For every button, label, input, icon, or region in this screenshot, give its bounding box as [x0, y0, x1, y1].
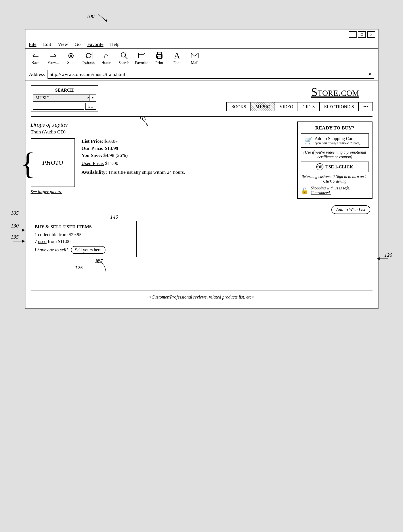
- diagram-label-140: 140: [110, 214, 118, 220]
- safe-text: Shopping with us is safe. Guaranteed.: [311, 186, 369, 195]
- used-line: 7 used from $11.00: [35, 239, 133, 244]
- page-content: SEARCH MUSIC BOOKS VIDEO ▼ GO: [25, 81, 378, 309]
- print-icon: [155, 51, 164, 60]
- menu-favorite[interactable]: Favorite: [87, 41, 104, 47]
- page-top-section: SEARCH MUSIC BOOKS VIDEO ▼ GO: [31, 85, 372, 112]
- product-photo: PHOTO: [31, 138, 75, 187]
- menu-bar: File Edit View Go Favorite Help: [25, 40, 378, 49]
- you-save-line: You Save: $4.98 (26%): [81, 152, 291, 158]
- title-bar: — □ ✕: [25, 29, 378, 40]
- nav-tabs: BOOKS MUSIC VIDEO GIFTS ELECTRONICS •••: [103, 102, 372, 111]
- refresh-icon: [84, 51, 93, 60]
- tab-books[interactable]: BOOKS: [226, 102, 251, 111]
- search-box-title: SEARCH: [33, 88, 96, 93]
- svg-marker-15: [146, 123, 148, 126]
- favorite-icon: [137, 51, 146, 60]
- or-divider: OR USE 1-CLICK: [301, 162, 369, 172]
- svg-marker-19: [22, 229, 25, 231]
- menu-help[interactable]: Help: [110, 41, 120, 47]
- address-bar: Address ▼: [25, 68, 378, 81]
- product-details: List Price: $18.07 Our Price: $13.99 You…: [81, 138, 291, 175]
- side-bracket: {: [21, 148, 35, 179]
- maximize-button[interactable]: □: [358, 31, 366, 38]
- favorite-button[interactable]: Favorite: [135, 51, 148, 65]
- search-text-input[interactable]: [33, 103, 84, 110]
- address-dropdown-button[interactable]: ▼: [366, 70, 374, 78]
- svg-marker-21: [22, 240, 25, 242]
- home-button[interactable]: ⌂ Home: [100, 51, 113, 65]
- stop-icon: ⊗: [68, 51, 74, 60]
- tab-video[interactable]: VIDEO: [275, 102, 298, 111]
- arrow-125: [93, 257, 119, 275]
- menu-file[interactable]: File: [29, 41, 37, 47]
- close-button[interactable]: ✕: [367, 31, 375, 38]
- add-to-cart-button[interactable]: 🛒 Add to Shopping Cart (you can always r…: [301, 133, 369, 148]
- mail-button[interactable]: Mail: [188, 51, 201, 65]
- forward-icon: ⇒: [50, 51, 56, 60]
- diagram-label-125: 125: [75, 265, 83, 271]
- search-select-arrow[interactable]: ▼: [90, 95, 96, 101]
- wish-list-area: Add to Wish List: [31, 205, 372, 214]
- back-button[interactable]: ⇐ Back: [29, 51, 42, 65]
- add-to-cart-text-area: Add to Shopping Cart (you can always rem…: [315, 136, 360, 145]
- minimize-button[interactable]: —: [349, 31, 357, 38]
- svg-rect-7: [138, 53, 144, 58]
- search-select-wrap: MUSIC BOOKS VIDEO ▼: [33, 94, 96, 101]
- tab-music[interactable]: MUSIC: [250, 102, 275, 111]
- print-button[interactable]: Print: [153, 51, 166, 65]
- search-category-select[interactable]: MUSIC BOOKS VIDEO: [33, 95, 90, 101]
- tab-gifts[interactable]: GIFTS: [298, 102, 320, 111]
- reviews-section: <Customer/Professional reviews, related …: [31, 291, 372, 300]
- store-logo: Store.com: [311, 85, 372, 98]
- returning-customer-text: Returning customer? Sign in to turn on 1…: [301, 174, 369, 184]
- promo-text: (Use if you're redeeming a promotional c…: [301, 150, 369, 159]
- address-input-wrap: ▼: [48, 70, 374, 79]
- cart-icon: 🛒: [304, 137, 313, 145]
- product-left: Drops of Jupiter Train (Audio CD) PHOTO …: [31, 121, 291, 194]
- search-button[interactable]: Search: [117, 51, 131, 65]
- or-circle: OR: [316, 163, 323, 171]
- add-to-wish-list-button[interactable]: Add to Wish List: [331, 205, 370, 214]
- list-price-line: List Price: $18.07: [81, 138, 291, 144]
- product-subtitle: Train (Audio CD): [31, 129, 291, 135]
- used-price-line: Used Price. $11.00: [81, 160, 291, 166]
- see-larger-link[interactable]: See larger picture: [31, 189, 75, 194]
- sign-in-link[interactable]: Sign in: [336, 174, 347, 179]
- svg-rect-2: [85, 52, 92, 59]
- address-input[interactable]: [48, 71, 366, 78]
- sell-row: I have one to sell! Sell yours here: [35, 246, 133, 254]
- search-input-row: GO: [33, 103, 96, 110]
- menu-view[interactable]: View: [58, 41, 68, 47]
- arrow-130: [11, 227, 29, 234]
- arrow-100: [96, 13, 110, 24]
- diagram-label-105: 105: [11, 210, 19, 216]
- tab-more[interactable]: •••: [358, 102, 373, 111]
- search-box: SEARCH MUSIC BOOKS VIDEO ▼ GO: [31, 85, 98, 112]
- refresh-button[interactable]: Refresh: [82, 51, 95, 65]
- menu-go[interactable]: Go: [75, 41, 81, 47]
- stop-button[interactable]: ⊗ Stop: [64, 51, 78, 65]
- main-content: 115 120 105 { Drops of Jupiter: [31, 121, 372, 300]
- lock-icon: 🔒: [301, 187, 309, 194]
- forward-button[interactable]: ⇒ Forw...: [47, 51, 60, 65]
- logo-nav-area: Store.com BOOKS MUSIC VIDEO GIFTS ELECTR…: [103, 85, 372, 111]
- sell-yours-button[interactable]: Sell yours here: [71, 246, 105, 254]
- svg-marker-17: [377, 257, 379, 260]
- search-go-button[interactable]: GO: [85, 103, 96, 110]
- mail-icon: [191, 51, 199, 60]
- buy-box: READY TO BUY? 🛒 Add to Shopping Cart (yo…: [297, 121, 372, 199]
- used-items-box: BUY & SELL USED ITEMS 1 collectible from…: [31, 221, 137, 257]
- window-controls: — □ ✕: [349, 31, 375, 38]
- tab-electronics[interactable]: ELECTRONICS: [319, 102, 359, 111]
- font-button[interactable]: A Font: [170, 51, 184, 65]
- menu-edit[interactable]: Edit: [43, 41, 51, 47]
- collectible-line: 1 collectible from $29.95: [35, 232, 133, 237]
- buy-box-title: READY TO BUY?: [301, 125, 369, 131]
- arrow-135: [11, 238, 29, 245]
- search-icon: [120, 51, 128, 60]
- our-price-line: Our Price: $13.99: [81, 146, 291, 151]
- arrow-115: [139, 119, 152, 128]
- toolbar: ⇐ Back ⇒ Forw... ⊗ Stop Refresh: [25, 49, 378, 68]
- product-title: Drops of Jupiter: [31, 121, 291, 128]
- availability-text: Availability: This title usually ships w…: [81, 169, 291, 175]
